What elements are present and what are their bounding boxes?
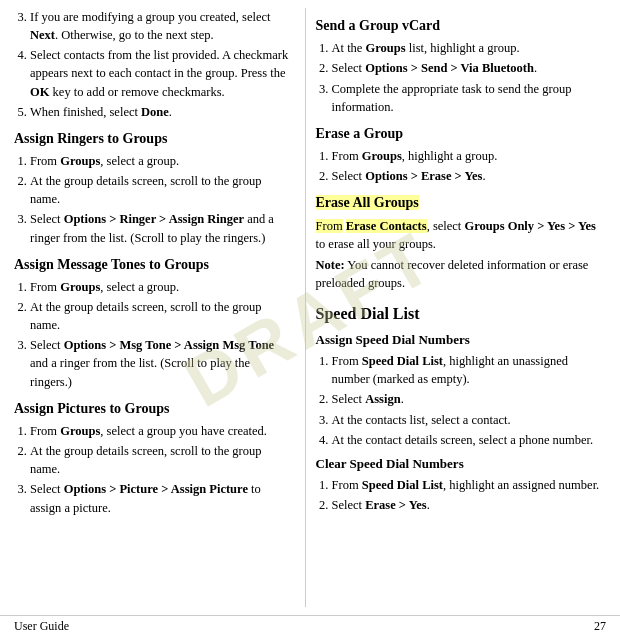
bold-text: Assign [365,392,400,406]
bold-text: Groups [60,154,100,168]
sub-heading-clear-speed-dial: Clear Speed Dial Numbers [316,455,606,474]
list-item: From Groups, highlight a group. [332,147,606,165]
list-item: Select Options > Erase > Yes. [332,167,606,185]
section-heading-assign-pictures: Assign Pictures to Groups [14,399,295,419]
bold-text: Done [141,105,169,119]
list-item: Select Options > Picture > Assign Pictur… [30,480,295,516]
bold-text: Options > Msg Tone > Assign Msg Tone [64,338,275,352]
list-item: At the contacts list, select a contact. [332,411,606,429]
bold-text: Groups [60,424,100,438]
bold-highlight-text: Erase Contacts [346,219,427,233]
list-item: From Groups, select a group you have cre… [30,422,295,440]
list-item: Select Options > Msg Tone > Assign Msg T… [30,336,295,390]
footer-left: User Guide [14,618,69,635]
bold-text: Options > Ringer > Assign Ringer [64,212,244,226]
list-item: At the contact details screen, select a … [332,431,606,449]
footer-right: 27 [594,618,606,635]
list-item: Select Options > Ringer > Assign Ringer … [30,210,295,246]
bold-text: Speed Dial List [362,354,443,368]
bold-text: Options > Send > Via Bluetooth [365,61,534,75]
section-heading-assign-tones: Assign Message Tones to Groups [14,255,295,275]
bold-text: Speed Dial List [362,478,443,492]
list-item: At the group details screen, scroll to t… [30,298,295,334]
footer: User Guide 27 [0,615,620,637]
list-item: At the group details screen, scroll to t… [30,442,295,478]
section-heading-assign-ringers: Assign Ringers to Groups [14,129,295,149]
bold-text: Erase > Yes [365,498,427,512]
list-item: Select Assign. [332,390,606,408]
list-item: Complete the appropriate task to send th… [332,80,606,116]
erase-all-body: From Erase Contacts, select Groups Only … [316,217,606,253]
highlight-text: From [316,219,343,233]
list-item: Select Options > Send > Via Bluetooth. [332,59,606,77]
bold-text: Next [30,28,55,42]
section-heading-speed-dial: Speed Dial List [316,302,606,325]
assign-tones-list: From Groups, select a group. At the grou… [14,278,295,391]
list-item: Select Erase > Yes. [332,496,606,514]
list-item: If you are modifying a group you created… [30,8,295,44]
content-area: If you are modifying a group you created… [0,0,620,615]
left-column: If you are modifying a group you created… [0,0,305,615]
list-item: From Speed Dial List, highlight an unass… [332,352,606,388]
list-item: From Groups, select a group. [30,152,295,170]
assign-ringers-list: From Groups, select a group. At the grou… [14,152,295,247]
bold-text: Groups [60,280,100,294]
bold-text: OK [30,85,49,99]
list-item: At the group details screen, scroll to t… [30,172,295,208]
section-heading-erase-group: Erase a Group [316,124,606,144]
assign-pictures-list: From Groups, select a group you have cre… [14,422,295,517]
page-container: If you are modifying a group you created… [0,0,620,637]
list-item: When finished, select Done. [30,103,295,121]
sub-heading-assign-speed-dial: Assign Speed Dial Numbers [316,331,606,350]
erase-all-note: Note: You cannot recover deleted informa… [316,256,606,292]
bold-text: Groups [362,149,402,163]
list-item: Select contacts from the list provided. … [30,46,295,100]
list-item: From Speed Dial List, highlight an assig… [332,476,606,494]
bold-text: Groups [366,41,406,55]
clear-speed-dial-list: From Speed Dial List, highlight an assig… [316,476,606,514]
bold-text: Options > Picture > Assign Picture [64,482,248,496]
bold-text: Options > Erase > Yes [365,169,482,183]
highlight-text: Erase All Groups [316,195,419,210]
note-label: Note: [316,258,345,272]
assign-speed-dial-list: From Speed Dial List, highlight an unass… [316,352,606,449]
section-heading-send-vcard: Send a Group vCard [316,16,606,36]
send-vcard-list: At the Groups list, highlight a group. S… [316,39,606,116]
right-column: Send a Group vCard At the Groups list, h… [306,0,620,615]
section-heading-erase-all-groups: Erase All Groups [316,193,606,213]
list-item: At the Groups list, highlight a group. [332,39,606,57]
continuation-list: If you are modifying a group you created… [14,8,295,121]
bold-text: Groups Only > Yes > Yes [464,219,596,233]
erase-group-list: From Groups, highlight a group. Select O… [316,147,606,185]
list-item: From Groups, select a group. [30,278,295,296]
